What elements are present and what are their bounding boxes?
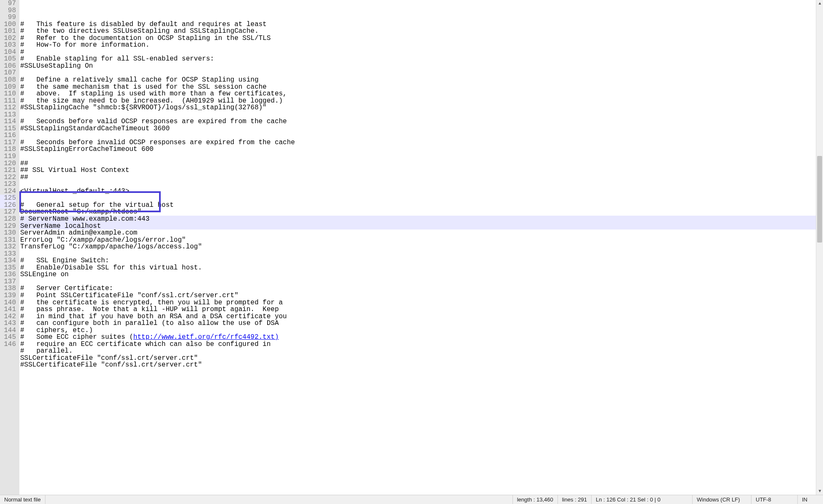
code-line[interactable]: ServerAdmin admin@example.com	[19, 230, 816, 237]
line-number: 112	[0, 104, 16, 111]
code-line[interactable]	[19, 153, 816, 160]
line-number: 107	[0, 69, 16, 77]
code-line[interactable]: # in mind that if you have both an RSA a…	[19, 313, 816, 320]
line-number: 100	[0, 21, 16, 28]
line-number: 140	[0, 299, 16, 306]
code-line[interactable]: #SSLStaplingErrorCacheTimeout 600	[19, 146, 816, 153]
line-number: 110	[0, 90, 16, 98]
line-number: 104	[0, 49, 16, 56]
code-line[interactable]: # the size may need to be increased. (AH…	[19, 98, 816, 105]
code-line[interactable]	[19, 181, 816, 188]
code-line[interactable]: # parallel.	[19, 348, 816, 355]
code-line[interactable]: # the certificate is encrypted, then you…	[19, 299, 816, 306]
code-line[interactable]: ##	[19, 174, 816, 181]
code-line[interactable]: SSLCertificateFile "conf/ssl.crt/server.…	[19, 355, 816, 362]
code-line[interactable]	[19, 195, 816, 202]
line-number: 128	[0, 216, 16, 223]
line-number: 137	[0, 278, 16, 285]
line-number: 132	[0, 243, 16, 251]
line-number: 108	[0, 77, 16, 84]
line-number: 117	[0, 139, 16, 146]
scroll-down-arrow[interactable]: ▼	[816, 488, 823, 495]
line-number: 98	[0, 7, 16, 14]
status-insert-mode: IN	[798, 495, 823, 504]
code-line[interactable]: # pass phrase. Note that a kill -HUP wil…	[19, 306, 816, 313]
code-line[interactable]	[19, 132, 816, 139]
line-number: 131	[0, 237, 16, 244]
line-number: 136	[0, 271, 16, 278]
scrollbar-track[interactable]	[816, 7, 823, 488]
code-line[interactable]: # ServerName www.example.com:443	[19, 216, 816, 223]
code-line[interactable]: ##	[19, 160, 816, 167]
code-line[interactable]	[19, 111, 816, 119]
line-number: 116	[0, 132, 16, 139]
line-number: 103	[0, 42, 16, 49]
status-spacer	[45, 495, 513, 504]
code-line[interactable]: # Seconds before valid OCSP responses ar…	[19, 118, 816, 125]
line-number: 146	[0, 341, 16, 348]
code-line[interactable]: ErrorLog "C:/xampp/apache/logs/error.log…	[19, 237, 816, 244]
status-file-type: Normal text file	[0, 495, 45, 504]
line-number: 133	[0, 251, 16, 258]
code-line[interactable]: TransferLog "C:/xampp/apache/logs/access…	[19, 243, 816, 251]
code-line[interactable]: # This feature is disabled by default an…	[19, 21, 816, 28]
line-number: 138	[0, 285, 16, 292]
code-line[interactable]	[19, 69, 816, 77]
code-line[interactable]: # Define a relatively small cache for OC…	[19, 77, 816, 84]
code-line[interactable]: #SSLCertificateFile "conf/ssl.crt/server…	[19, 362, 816, 369]
code-line[interactable]: <VirtualHost _default_:443>	[19, 188, 816, 195]
line-number: 134	[0, 257, 16, 264]
line-number: 129	[0, 223, 16, 230]
code-line[interactable]: #SSLUseStapling On	[19, 63, 816, 70]
code-line[interactable]: # can configure both in parallel (to als…	[19, 320, 816, 327]
code-line[interactable]: # Seconds before invalid OCSP responses …	[19, 139, 816, 146]
line-number: 145	[0, 334, 16, 341]
code-line[interactable]: #SSLStaplingCache "shmcb:${SRVROOT}/logs…	[19, 104, 816, 111]
code-line[interactable]: # How-To for more information.	[19, 42, 816, 49]
code-line[interactable]: SSLEngine on	[19, 271, 816, 278]
code-line[interactable]: #	[19, 49, 816, 56]
code-line[interactable]: # Point SSLCertificateFile "conf/ssl.crt…	[19, 292, 816, 299]
line-number: 106	[0, 63, 16, 70]
line-number: 115	[0, 125, 16, 132]
code-line[interactable]: # Some ECC cipher suites (http://www.iet…	[19, 334, 816, 341]
status-eol: Windows (CR LF)	[693, 495, 751, 504]
status-bar: Normal text file length : 13,460 lines :…	[0, 495, 823, 504]
hyperlink[interactable]: http://www.ietf.org/rfc/rfc4492.txt)	[133, 333, 279, 341]
line-number: 142	[0, 313, 16, 320]
line-number: 97	[0, 0, 16, 7]
scroll-up-arrow[interactable]: ▲	[816, 0, 823, 7]
line-number: 119	[0, 153, 16, 160]
code-line[interactable]: # Refer to the documentation on OCSP Sta…	[19, 35, 816, 42]
code-line[interactable]: # above. If stapling is used with more t…	[19, 90, 816, 98]
line-number: 118	[0, 146, 16, 153]
line-number: 121	[0, 167, 16, 174]
code-line[interactable]: # require an ECC certificate which can a…	[19, 341, 816, 348]
line-number: 135	[0, 264, 16, 272]
code-content[interactable]: # This feature is disabled by default an…	[19, 0, 816, 495]
code-line[interactable]: #SSLStaplingStandardCacheTimeout 3600	[19, 125, 816, 132]
code-line[interactable]: # Enable stapling for all SSL-enabled se…	[19, 55, 816, 63]
line-number: 141	[0, 306, 16, 313]
scrollbar-thumb[interactable]	[817, 156, 822, 243]
code-line[interactable]: # General setup for the virtual host	[19, 202, 816, 209]
code-line[interactable]: # SSL Engine Switch:	[19, 257, 816, 264]
line-number: 122	[0, 174, 16, 181]
code-line[interactable]: # Enable/Disable SSL for this virtual ho…	[19, 264, 816, 272]
line-number: 143	[0, 320, 16, 327]
line-number: 99	[0, 14, 16, 21]
code-line[interactable]: DocumentRoot "C:/xampp/htdocs"	[19, 208, 816, 216]
line-number: 124	[0, 188, 16, 195]
code-line[interactable]	[19, 251, 816, 258]
code-line[interactable]: ## SSL Virtual Host Context	[19, 167, 816, 174]
code-line[interactable]: # the same mechanism that is used for th…	[19, 84, 816, 91]
code-line[interactable]: ServerName localhost	[19, 223, 816, 230]
vertical-scrollbar[interactable]: ▲ ▼	[816, 0, 823, 495]
code-line[interactable]: # Server Certificate:	[19, 285, 816, 292]
editor-area[interactable]: 9798991001011021031041051061071081091101…	[0, 0, 823, 495]
code-line[interactable]: # the two directives SSLUseStapling and …	[19, 28, 816, 35]
line-number: 101	[0, 28, 16, 35]
line-number-gutter: 9798991001011021031041051061071081091101…	[0, 0, 19, 495]
code-line[interactable]: # ciphers, etc.)	[19, 327, 816, 334]
code-line[interactable]	[19, 278, 816, 285]
